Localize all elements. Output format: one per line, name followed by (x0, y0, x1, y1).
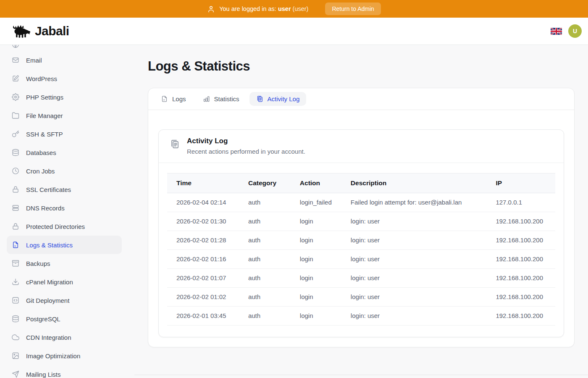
sidebar-item-label: File Manager (26, 112, 63, 119)
tab-statistics[interactable]: Statistics (196, 92, 246, 106)
sidebar-item-label: Logs & Statistics (26, 242, 73, 249)
file-icon (161, 95, 168, 102)
cell-time: 2026-02-01 03:45 (167, 307, 239, 326)
cell-ip: 192.168.100.200 (486, 288, 555, 307)
tab-logs[interactable]: Logs (154, 92, 193, 106)
sidebar-item-logs-statistics[interactable]: Logs & Statistics (7, 236, 122, 254)
cell-ip: 192.168.100.200 (486, 231, 555, 250)
mail-icon (12, 56, 19, 64)
sidebar-item-ssh-sftp[interactable]: SSH & SFTP (7, 125, 122, 143)
tab-label: Statistics (214, 95, 239, 102)
archive-icon (12, 260, 19, 267)
sidebar-item-label: Mailing Lists (26, 371, 61, 378)
column-header-description: Description (341, 173, 487, 193)
avatar[interactable]: U (568, 24, 582, 38)
image-icon (12, 352, 19, 360)
sidebar-item-label: Protected Directories (26, 223, 85, 230)
cloud-icon (12, 333, 19, 341)
logged-in-text: You are logged in as: user (user) (219, 5, 308, 12)
table-row: 2026-02-04 02:14 auth login_failed Faile… (167, 193, 555, 212)
cell-time: 2026-02-02 01:28 (167, 231, 239, 250)
file-icon (12, 241, 19, 249)
sidebar-item-databases[interactable]: Databases (7, 143, 122, 162)
cell-category: auth (239, 212, 291, 231)
bar-chart-icon (203, 95, 210, 102)
sidebar-item-image-optimization[interactable]: Image Optimization (7, 346, 122, 365)
user-icon (207, 5, 215, 13)
sidebar-item-cron-jobs[interactable]: Cron Jobs (7, 162, 122, 180)
cell-description: login: user (341, 212, 487, 231)
sidebar-item-ssl-certificates[interactable]: SSL Certificates (7, 180, 122, 199)
cell-description: login: user (341, 231, 487, 250)
sidebar-item-label: PHP Settings (26, 94, 63, 101)
column-header-time: Time (167, 173, 239, 193)
sidebar-item-file-manager[interactable]: File Manager (7, 106, 122, 125)
cell-action: login_failed (291, 193, 341, 212)
table-row: 2026-02-01 03:45 auth login login: user … (167, 307, 555, 326)
cell-category: auth (239, 250, 291, 269)
sidebar-item-postgresql[interactable]: PostgreSQL (7, 310, 122, 328)
sidebar-item-git-deployment[interactable]: Git Deployment (7, 291, 122, 310)
table-row: 2026-02-02 01:28 auth login login: user … (167, 231, 555, 250)
cell-category: auth (239, 231, 291, 250)
brand-logo[interactable]: Jabali (12, 24, 69, 39)
activity-log-title: Activity Log (187, 137, 305, 145)
lock-icon (12, 223, 19, 230)
page-title: Logs & Statistics (148, 59, 588, 74)
activity-log-card-header: Activity Log Recent actions performed in… (159, 130, 564, 163)
return-to-admin-button[interactable]: Return to Admin (325, 3, 381, 15)
sidebar-item-cpanel-migration[interactable]: cPanel Migration (7, 273, 122, 291)
database-icon (12, 149, 19, 156)
sidebar-item-mailing-lists[interactable]: Mailing Lists (7, 365, 122, 378)
brand-name: Jabali (35, 24, 69, 38)
cell-time: 2026-02-02 01:30 (167, 212, 239, 231)
logs-statistics-card: Logs Statistics Activity Log (148, 88, 575, 347)
download-icon (12, 278, 19, 286)
sidebar-item-wordpress[interactable]: WordPress (7, 69, 122, 88)
sidebar-item-label: Databases (26, 149, 56, 156)
tab-label: Logs (172, 95, 186, 102)
globe-icon (12, 45, 19, 48)
sidebar-item-email[interactable]: Email (7, 51, 122, 69)
cell-time: 2026-02-02 01:16 (167, 250, 239, 269)
sidebar-item-php-settings[interactable]: PHP Settings (7, 88, 122, 106)
cell-time: 2026-02-02 01:07 (167, 269, 239, 288)
clipboard-icon (170, 139, 180, 149)
cell-ip: 192.168.100.200 (486, 307, 555, 326)
sidebar-item-dns-records[interactable]: DNS Records (7, 199, 122, 217)
cell-ip: 192.168.100.200 (486, 269, 555, 288)
logged-in-role: (user) (293, 5, 309, 12)
logged-in-username: user (278, 5, 291, 12)
folder-icon (12, 112, 19, 119)
sidebar-item-backups[interactable]: Backups (7, 254, 122, 273)
boar-logo-icon (12, 24, 31, 39)
footer-divider (134, 375, 588, 375)
main-content: Logs & Statistics Logs Statistics Activi… (134, 45, 588, 378)
column-header-action: Action (291, 173, 341, 193)
cell-action: login (291, 250, 341, 269)
sidebar-item-label: cPanel Migration (26, 278, 73, 286)
sidebar-item-label: DNS Records (26, 205, 65, 212)
tab-label: Activity Log (268, 95, 300, 102)
sidebar-item-label: Image Optimization (26, 352, 80, 360)
key-icon (12, 130, 19, 138)
cell-category: auth (239, 193, 291, 212)
sidebar-item-label: CDN Integration (26, 334, 71, 341)
language-flag-uk[interactable] (551, 28, 562, 35)
lock-icon (12, 186, 19, 193)
cell-description: login: user (341, 288, 487, 307)
column-header-category: Category (239, 173, 291, 193)
activity-log-subtitle: Recent actions performed in your account… (187, 148, 305, 155)
admin-session-bar: You are logged in as: user (user) Return… (0, 0, 588, 18)
cell-ip: 192.168.100.200 (486, 212, 555, 231)
cell-action: login (291, 288, 341, 307)
sidebar-item-protected-directories[interactable]: Protected Directories (7, 217, 122, 236)
table-row: 2026-02-02 01:30 auth login login: user … (167, 212, 555, 231)
server-icon (12, 204, 19, 212)
sidebar-item-cdn-integration[interactable]: CDN Integration (7, 328, 122, 346)
sidebar-item-label: WordPress (26, 75, 57, 82)
cell-ip: 192.168.100.200 (486, 250, 555, 269)
cell-action: login (291, 231, 341, 250)
tab-activity-log[interactable]: Activity Log (249, 92, 307, 106)
clock-icon (12, 167, 19, 175)
